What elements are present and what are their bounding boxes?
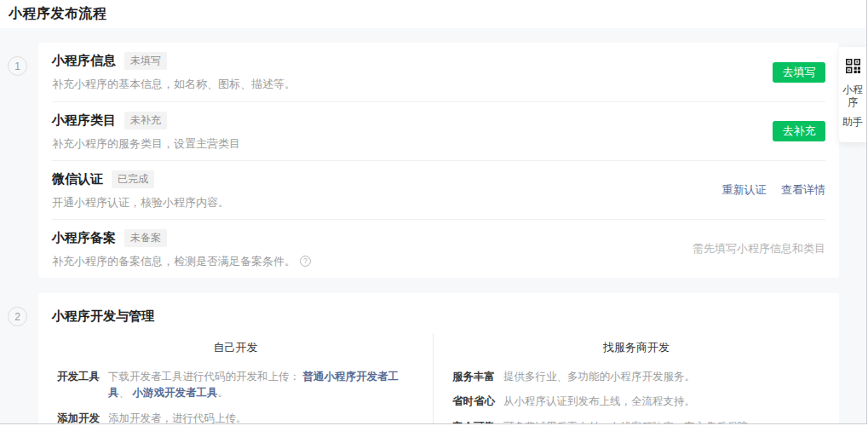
page-title: 小程序发布流程 bbox=[9, 5, 107, 23]
miniprogram-filing-title: 小程序备案 bbox=[52, 230, 116, 246]
view-details-link[interactable]: 查看详情 bbox=[781, 183, 825, 196]
rich-services-label: 服务丰富 bbox=[452, 369, 503, 385]
fill-info-button[interactable]: 去填写 bbox=[773, 62, 825, 83]
dev-tools-desc: 下载开发者工具进行代码的开发和上传： 普通小程序开发者工具、 小游戏开发者工具。 bbox=[108, 369, 419, 402]
wechat-verification-title: 微信认证 bbox=[52, 171, 103, 187]
miniprogram-filing-desc: 补充小程序的备案信息，检测是否满足备案条件。 ? bbox=[52, 254, 311, 269]
status-badge: 已完成 bbox=[112, 170, 154, 188]
release-flow-card: 小程序信息 未填写 补充小程序的基本信息，如名称、图标、描述等。 去填写 小程序… bbox=[38, 43, 839, 278]
content-area: 1 小程序信息 未填写 补充小程序的基本信息，如名称、图标、描述等。 去填写 bbox=[0, 28, 866, 423]
assistant-label-line1: 小程序 bbox=[839, 83, 866, 109]
qr-code-icon bbox=[846, 59, 860, 77]
step-1-indicator: 1 bbox=[8, 56, 27, 76]
period-text: 。 bbox=[217, 387, 228, 399]
filing-prerequisite-note: 需先填写小程序信息和类目 bbox=[693, 241, 825, 256]
page: 小程序发布流程 1 小程序信息 未填写 补充小程序的基本信息，如名称、图标、描述… bbox=[0, 0, 867, 424]
assistant-label-line2: 助手 bbox=[842, 116, 863, 129]
miniprogram-info-row: 小程序信息 未填写 补充小程序的基本信息，如名称、图标、描述等。 去填写 bbox=[52, 43, 825, 101]
time-saving-row: 省时省心 从小程序认证到发布上线，全流程支持。 bbox=[434, 389, 839, 414]
dev-tools-label: 开发工具 bbox=[57, 369, 108, 402]
verification-links: 重新认证 查看详情 bbox=[721, 182, 825, 198]
self-development-header: 自己开发 bbox=[38, 333, 433, 365]
miniprogram-info-desc: 补充小程序的基本信息，如名称、图标、描述等。 bbox=[52, 77, 296, 92]
status-badge: 未补充 bbox=[124, 112, 167, 130]
wechat-verification-row: 微信认证 已完成 开通小程序认证，核验小程序内容。 重新认证 查看详情 bbox=[52, 160, 825, 219]
miniprogram-category-text: 小程序类目 未补充 补充小程序的服务类目，设置主营类目 bbox=[52, 112, 240, 152]
miniprogram-category-desc: 补充小程序的服务类目，设置主营类目 bbox=[52, 136, 240, 152]
status-badge: 未备案 bbox=[124, 229, 167, 247]
development-section-title: 小程序开发与管理 bbox=[38, 305, 839, 333]
safe-reliable-desc: 可免费试用后再支付、在线客服响应、官方售后保障。 bbox=[503, 419, 825, 423]
rich-services-desc: 提供多行业、多功能的小程序开发服务。 bbox=[503, 369, 825, 385]
add-developer-row: 添加开发者 添加开发者，进行代码上传。 bbox=[38, 406, 433, 423]
filing-desc-text: 补充小程序的备案信息，检测是否满足备案条件。 bbox=[52, 254, 296, 269]
rich-services-row: 服务丰富 提供多行业、多功能的小程序开发服务。 bbox=[434, 365, 839, 389]
dev-tools-text: 下载开发者工具进行代码的开发和上传： bbox=[108, 371, 302, 383]
miniprogram-assistant-tab[interactable]: 小程序 助手 bbox=[839, 47, 866, 142]
separator-text: 、 bbox=[119, 387, 133, 399]
miniprogram-filing-row: 小程序备案 未备案 补充小程序的备案信息，检测是否满足备案条件。 ? 需先填写小… bbox=[52, 219, 825, 278]
miniprogram-info-title: 小程序信息 bbox=[52, 53, 116, 69]
wechat-verification-desc: 开通小程序认证，核验小程序内容。 bbox=[52, 195, 229, 210]
miniprogram-info-text: 小程序信息 未填写 补充小程序的基本信息，如名称、图标、描述等。 bbox=[52, 52, 296, 92]
wechat-verification-text: 微信认证 已完成 开通小程序认证，核验小程序内容。 bbox=[52, 170, 229, 210]
add-category-button[interactable]: 去补充 bbox=[773, 121, 825, 141]
vendor-development-column: 找服务商开发 服务丰富 提供多行业、多功能的小程序开发服务。 省时省心 从小程序… bbox=[433, 333, 839, 423]
time-saving-desc: 从小程序认证到发布上线，全流程支持。 bbox=[503, 394, 825, 410]
page-header: 小程序发布流程 bbox=[0, 0, 866, 28]
dev-tools-row: 开发工具 下载开发者工具进行代码的开发和上传： 普通小程序开发者工具、 小游戏开… bbox=[38, 365, 433, 406]
safe-reliable-label: 安全可靠 bbox=[452, 419, 503, 423]
miniprogram-filing-text: 小程序备案 未备案 补充小程序的备案信息，检测是否满足备案条件。 ? bbox=[52, 229, 311, 269]
step-2-indicator: 2 bbox=[8, 307, 27, 326]
miniprogram-category-row: 小程序类目 未补充 补充小程序的服务类目，设置主营类目 去补充 bbox=[52, 101, 825, 160]
add-developer-label: 添加开发者 bbox=[57, 411, 108, 423]
app-frame: 小程序发布流程 1 小程序信息 未填写 补充小程序的基本信息，如名称、图标、描述… bbox=[0, 0, 868, 426]
info-icon[interactable]: ? bbox=[300, 256, 311, 267]
vendor-development-header: 找服务商开发 bbox=[434, 333, 839, 365]
self-development-column: 自己开发 开发工具 下载开发者工具进行代码的开发和上传： 普通小程序开发者工具、… bbox=[38, 333, 433, 423]
status-badge: 未填写 bbox=[124, 52, 167, 70]
add-developer-desc: 添加开发者，进行代码上传。 bbox=[108, 411, 419, 423]
safe-reliable-row: 安全可靠 可免费试用后再支付、在线客服响应、官方售后保障。 bbox=[434, 415, 839, 423]
time-saving-label: 省时省心 bbox=[452, 394, 503, 410]
minigame-devtools-link[interactable]: 小游戏开发者工具 bbox=[132, 387, 217, 399]
development-management-card: 小程序开发与管理 自己开发 开发工具 下载开发者工具进行代码的开发和上传： 普通… bbox=[38, 293, 839, 423]
development-columns: 自己开发 开发工具 下载开发者工具进行代码的开发和上传： 普通小程序开发者工具、… bbox=[38, 333, 839, 423]
miniprogram-category-title: 小程序类目 bbox=[52, 112, 116, 129]
reverify-link[interactable]: 重新认证 bbox=[721, 183, 766, 196]
